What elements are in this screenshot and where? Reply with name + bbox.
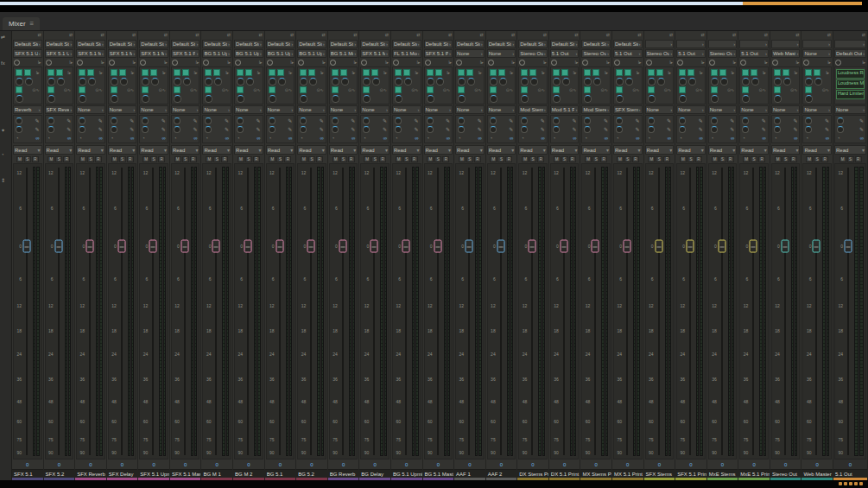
send-pan-knob[interactable] <box>332 126 339 133</box>
send-select[interactable]: None › <box>676 105 706 114</box>
effect-knob[interactable] <box>205 78 212 86</box>
effect-slot[interactable] <box>458 86 465 93</box>
effect-knob[interactable] <box>16 95 23 103</box>
fader-track[interactable] <box>623 164 631 459</box>
send-level-knob[interactable] <box>490 117 497 124</box>
fx-power-icon[interactable] <box>140 60 146 66</box>
effect-knob[interactable] <box>174 95 181 103</box>
channel-name-row[interactable]: SFX 5.2 <box>44 469 75 480</box>
send-select[interactable]: None › <box>108 105 137 114</box>
effect-knob[interactable] <box>151 78 159 86</box>
pencil-icon[interactable]: ✎ <box>636 127 640 132</box>
effect-knob[interactable] <box>774 78 782 86</box>
fx-preset-select[interactable]: Default Stem › <box>45 40 74 48</box>
clock-icon[interactable]: ◔ <box>79 136 82 141</box>
send-pan-knob[interactable] <box>363 126 370 133</box>
effect-slot[interactable] <box>332 69 339 76</box>
send-select[interactable]: Mod Stereo › <box>581 105 611 114</box>
fx-preset-select[interactable]: Default Stem › <box>424 40 453 48</box>
fx-route-icon[interactable]: Ι▸ <box>764 60 768 65</box>
clock-icon[interactable]: ◔ <box>111 136 114 141</box>
fx-route-icon[interactable]: Ι▸ <box>164 60 168 65</box>
fx-power-icon[interactable] <box>203 60 209 66</box>
fx-route-icon[interactable]: Ι▸ <box>417 60 421 65</box>
fx-preset-select[interactable]: Default Stem › <box>550 40 580 48</box>
solo-button[interactable]: S <box>434 156 441 162</box>
fx-power-icon[interactable] <box>109 60 115 66</box>
fx-preset-select[interactable]: Default Stem › <box>139 40 168 48</box>
io-section-icon[interactable]: ⇄ <box>1 35 5 40</box>
effect-slot[interactable] <box>56 69 63 76</box>
fx-route-icon[interactable]: Ι▸ <box>448 60 452 65</box>
send-pan-knob[interactable] <box>16 126 22 133</box>
pencil-icon[interactable]: ✎ <box>162 127 166 132</box>
effect-knob[interactable] <box>427 95 434 103</box>
fx-route-icon[interactable]: Ι▸ <box>669 60 673 65</box>
output-select[interactable]: Default Outp › <box>834 49 866 58</box>
solo-button[interactable]: S <box>466 156 473 162</box>
pencil-icon[interactable]: ✎ <box>67 127 71 132</box>
effect-knob[interactable] <box>332 78 339 86</box>
fx-route-icon[interactable]: Ι▸ <box>511 60 515 65</box>
fader-track[interactable] <box>370 164 378 459</box>
fx-route-icon[interactable]: Ι▸ <box>101 60 105 65</box>
solo-button[interactable]: S <box>529 156 536 162</box>
fx-preset-select[interactable]: Default Stem › <box>202 40 231 48</box>
pencil-icon[interactable]: ✎ <box>351 127 355 132</box>
effect-slot[interactable] <box>805 69 812 76</box>
channel-name-row[interactable]: 5.1 Out <box>833 469 867 480</box>
mute-button[interactable]: M <box>617 156 624 162</box>
effect-knob[interactable] <box>395 78 402 86</box>
effect-slot[interactable] <box>521 86 528 93</box>
send-level-knob[interactable] <box>16 117 22 124</box>
arm-button[interactable]: R <box>790 156 797 162</box>
patch-icon[interactable]: ⇄ <box>574 33 578 37</box>
fader-handle[interactable] <box>560 240 567 253</box>
solo-button[interactable]: S <box>308 156 315 162</box>
output-select[interactable]: SFX 5.1 Mast › <box>108 49 137 58</box>
mute-button[interactable]: M <box>301 156 307 162</box>
automation-mode-select[interactable]: Read ▾ <box>45 145 74 155</box>
pencil-icon[interactable]: ✎ <box>414 118 418 124</box>
fader-track[interactable] <box>339 164 347 459</box>
fx-route-icon[interactable]: Ι▸ <box>196 60 200 65</box>
effect-knob[interactable] <box>79 95 86 103</box>
fader-track[interactable] <box>497 164 505 459</box>
effect-knob[interactable] <box>648 95 656 103</box>
solo-button[interactable]: S <box>719 156 726 162</box>
channel-name-row[interactable]: BG Delay <box>359 469 390 480</box>
fx-route-icon[interactable]: Ι▸ <box>575 60 579 65</box>
effect-slot[interactable] <box>616 69 623 76</box>
fader-track[interactable] <box>22 164 31 459</box>
effect-knob[interactable] <box>142 95 149 103</box>
fx-power-icon[interactable] <box>298 60 304 66</box>
volume-readout[interactable]: 0 <box>849 462 852 467</box>
output-select[interactable]: Stereo Out › <box>645 49 675 58</box>
pencil-icon[interactable]: ✎ <box>320 127 324 132</box>
effect-knob[interactable] <box>363 95 371 103</box>
effect-knob[interactable] <box>183 78 191 86</box>
pencil-icon[interactable]: ✎ <box>414 127 418 132</box>
fader-track[interactable] <box>86 164 94 459</box>
effect-knob[interactable] <box>341 78 349 86</box>
mute-button[interactable]: M <box>174 156 181 162</box>
effect-knob[interactable] <box>490 78 497 86</box>
volume-readout[interactable]: 0 <box>595 462 598 467</box>
fx-power-icon[interactable] <box>740 60 746 66</box>
effect-slot[interactable] <box>300 86 307 93</box>
solo-button[interactable]: S <box>592 156 599 162</box>
fx-route-icon[interactable]: Ι▸ <box>480 60 484 65</box>
pencil-icon[interactable]: ✎ <box>478 127 482 132</box>
volume-readout[interactable]: 0 <box>563 462 566 467</box>
send-pan-knob[interactable] <box>458 126 465 133</box>
automation-mode-select[interactable]: Read ▾ <box>645 145 675 155</box>
effect-knob[interactable] <box>814 78 822 86</box>
channel-name-row[interactable]: AAF 1 <box>454 469 485 480</box>
pencil-icon[interactable]: ✎ <box>667 127 671 132</box>
send-pan-knob[interactable] <box>174 126 181 133</box>
effect-slot[interactable] <box>679 69 686 76</box>
output-select[interactable]: BG 5.1 Upmix › <box>234 49 263 58</box>
pencil-icon[interactable]: ✎ <box>478 118 482 124</box>
fx-route-icon[interactable]: Ι▸ <box>38 60 41 65</box>
send-pan-knob[interactable] <box>269 126 276 133</box>
